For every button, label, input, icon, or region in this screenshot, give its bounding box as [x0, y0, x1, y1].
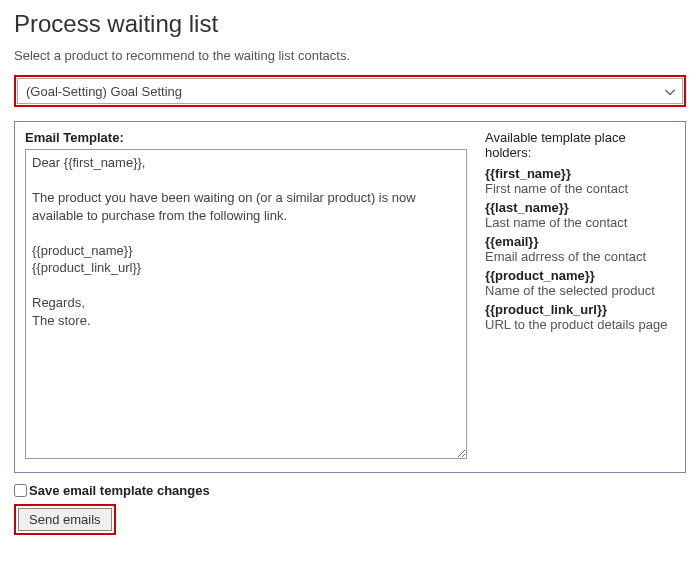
send-emails-button[interactable]: Send emails: [18, 508, 112, 531]
page-title: Process waiting list: [14, 10, 686, 38]
page-subtitle: Select a product to recommend to the wai…: [14, 48, 686, 63]
placeholder-token: {{last_name}}: [485, 200, 675, 215]
placeholder-desc: URL to the product details page: [485, 317, 675, 332]
email-template-panel: Email Template: Available template place…: [14, 121, 686, 473]
email-template-label: Email Template:: [25, 130, 467, 145]
email-template-textarea[interactable]: [25, 149, 467, 459]
placeholder-desc: Email adrress of the contact: [485, 249, 675, 264]
save-template-label[interactable]: Save email template changes: [29, 483, 210, 498]
placeholder-desc: First name of the contact: [485, 181, 675, 196]
product-select-highlight: (Goal-Setting) Goal Setting: [14, 75, 686, 107]
placeholders-list: {{first_name}} First name of the contact…: [485, 166, 675, 332]
placeholder-token: {{email}}: [485, 234, 675, 249]
product-select[interactable]: (Goal-Setting) Goal Setting: [17, 78, 683, 104]
save-template-row: Save email template changes: [14, 483, 686, 498]
save-template-checkbox[interactable]: [14, 484, 27, 497]
placeholder-token: {{first_name}}: [485, 166, 675, 181]
send-button-highlight: Send emails: [14, 504, 116, 535]
placeholders-heading: Available template place holders:: [485, 130, 675, 160]
placeholder-token: {{product_name}}: [485, 268, 675, 283]
placeholder-token: {{product_link_url}}: [485, 302, 675, 317]
placeholder-desc: Name of the selected product: [485, 283, 675, 298]
placeholder-desc: Last name of the contact: [485, 215, 675, 230]
